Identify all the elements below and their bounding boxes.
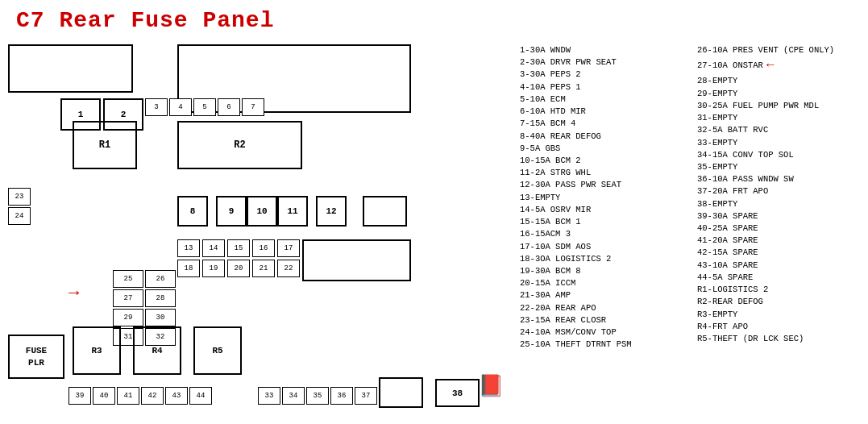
- fuse-19: 19: [202, 260, 225, 277]
- legend-item-12: 12-30A PASS PWR SEAT: [520, 179, 689, 191]
- fuse-9: 9: [216, 196, 247, 227]
- fuse-20: 20: [227, 260, 250, 277]
- legend-item-9: 9-5A GBS: [520, 143, 689, 155]
- fuse-17: 17: [277, 239, 300, 257]
- fuses-33-37: 33 34 35 36 37: [258, 387, 377, 405]
- legend-item-11: 11-2A STRG WHL: [520, 167, 689, 179]
- fuse-39: 39: [69, 387, 91, 405]
- fuse-5: 5: [193, 98, 216, 116]
- fuse-10: 10: [247, 196, 277, 227]
- fuse-7: 7: [242, 98, 264, 116]
- fuse-6: 6: [218, 98, 240, 116]
- legend-item-20: 20-15A ICCM: [520, 277, 689, 289]
- legend: 1-30A WNDW 2-30A DRVR PWR SEAT 3-30A PEP…: [520, 44, 866, 415]
- legend-item-1: 1-30A WNDW: [520, 44, 689, 56]
- legend-item-18: 18-3OA LOGISTICS 2: [520, 253, 689, 265]
- fuses-3-7: 3 4 5 6 7: [145, 98, 264, 116]
- legend-item-16: 16-15ACM 3: [520, 228, 689, 240]
- legend-item-44: 44-5A SPARE: [697, 272, 866, 284]
- legend-item-6: 6-10A HTD MIR: [520, 106, 689, 118]
- legend-item-15: 15-15A BCM 1: [520, 216, 689, 228]
- fuse-18: 18: [177, 260, 200, 277]
- relay-r2: R2: [177, 121, 302, 169]
- fuse-8: 8: [177, 196, 208, 227]
- top-left-box: [8, 44, 133, 93]
- legend-item-37: 37-20A FRT APO: [697, 185, 866, 197]
- fuse-37: 37: [355, 387, 377, 405]
- legend-item-30: 30-25A FUEL PUMP PWR MDL: [697, 100, 866, 112]
- legend-item-19: 19-30A BCM 8: [520, 265, 689, 277]
- fuse-29: 29: [113, 309, 143, 326]
- legend-item-r1: R1-LOGISTICS 2: [697, 284, 866, 296]
- fuse-21: 21: [252, 260, 275, 277]
- legend-item-41: 41-20A SPARE: [697, 235, 866, 247]
- legend-item-27-row: 27-10A ONSTAR ←: [697, 56, 866, 75]
- relay-r4: R4: [133, 326, 181, 375]
- legend-item-22: 22-20A REAR APO: [520, 302, 689, 314]
- legend-item-38: 38-EMPTY: [697, 198, 866, 210]
- fuse-16: 16: [252, 239, 275, 257]
- legend-item-8: 8-40A REAR DEFOG: [520, 131, 689, 143]
- relay-r3: R3: [73, 326, 121, 375]
- fuse-25: 25: [113, 270, 143, 288]
- fuse-4: 4: [169, 98, 192, 116]
- legend-item-2: 2-30A DRVR PWR SEAT: [520, 56, 689, 69]
- legend-item-r3: R3-EMPTY: [697, 309, 866, 321]
- fuse-13: 13: [177, 239, 200, 257]
- legend-item-r4: R4-FRT APO: [697, 321, 866, 333]
- legend-item-31: 31-EMPTY: [697, 112, 866, 124]
- onstar-arrow-icon: ←: [766, 56, 775, 75]
- fuse-30: 30: [145, 309, 176, 326]
- legend-item-14: 14-5A OSRV MIR: [520, 204, 689, 216]
- legend-item-r2: R2-REAR DEFOG: [697, 296, 866, 308]
- legend-item-42: 42-15A SPARE: [697, 247, 866, 259]
- fuse-42: 42: [141, 387, 164, 405]
- fuse-14: 14: [202, 239, 225, 257]
- legend-item-13: 13-EMPTY: [520, 192, 689, 204]
- relay-r1: R1: [73, 121, 137, 169]
- book-icon: 📕: [478, 373, 504, 399]
- legend-item-39: 39-30A SPARE: [697, 210, 866, 222]
- fuse-26: 26: [145, 270, 176, 288]
- fuse-28: 28: [145, 289, 176, 307]
- bcm-box: [302, 239, 411, 281]
- arrow-fuse27: →: [69, 283, 79, 303]
- fuse-3: 3: [145, 98, 168, 116]
- fuse-24: 24: [8, 207, 31, 225]
- legend-item-24: 24-10A MSM/CONV TOP: [520, 326, 689, 339]
- fuse-15: 15: [227, 239, 250, 257]
- legend-item-28: 28-EMPTY: [697, 75, 866, 87]
- legend-item-21: 21-30A AMP: [520, 289, 689, 301]
- legend-item-26: 26-10A PRES VENT (CPE ONLY): [697, 44, 866, 56]
- legend-item-43: 43-10A SPARE: [697, 260, 866, 272]
- fuses-23-24: 23 24: [8, 188, 31, 225]
- fuses-13-22: 13 14 15 16 17 18 19 20 21 22: [177, 239, 300, 277]
- fuse-41: 41: [117, 387, 139, 405]
- legend-item-4: 4-10A PEPS 1: [520, 81, 689, 94]
- legend-item-35: 35-EMPTY: [697, 161, 866, 173]
- fuse-12: 12: [316, 196, 347, 227]
- box-top-right: [363, 196, 407, 227]
- fuse-38: 38: [435, 379, 480, 407]
- legend-item-29: 29-EMPTY: [697, 88, 866, 100]
- legend-item-32: 32-5A BATT RVC: [697, 124, 866, 136]
- relay-r5: R5: [193, 326, 242, 375]
- legend-item-5: 5-10A ECM: [520, 94, 689, 106]
- legend-item-25: 25-10A THEFT DTRNT PSM: [520, 339, 689, 351]
- legend-item-33: 33-EMPTY: [697, 137, 866, 149]
- fuse-diagram: 1 2 3 4 5 6 7 R1 R2 23 24 8 9 10 11 12 1…: [8, 44, 516, 411]
- legend-item-r5: R5-THEFT (DR LCK SEC): [697, 333, 866, 345]
- fuse-43: 43: [165, 387, 188, 405]
- fuse-11: 11: [277, 196, 308, 227]
- legend-item-36: 36-10A PASS WNDW SW: [697, 173, 866, 185]
- legend-col-2: 26-10A PRES VENT (CPE ONLY) 27-10A ONSTA…: [697, 44, 866, 351]
- legend-item-23: 23-15A REAR CLOSR: [520, 314, 689, 326]
- fuse-36: 36: [330, 387, 353, 405]
- fuse-27: 27: [113, 289, 143, 307]
- fuse-33: 33: [258, 387, 280, 405]
- legend-item-17: 17-10A SDM AOS: [520, 241, 689, 253]
- legend-item-27: 27-10A ONSTAR: [697, 60, 763, 72]
- legend-col-1: 1-30A WNDW 2-30A DRVR PWR SEAT 3-30A PEP…: [520, 44, 689, 351]
- fuse-34: 34: [282, 387, 305, 405]
- fuse-plr: FUSEPLR: [8, 335, 64, 379]
